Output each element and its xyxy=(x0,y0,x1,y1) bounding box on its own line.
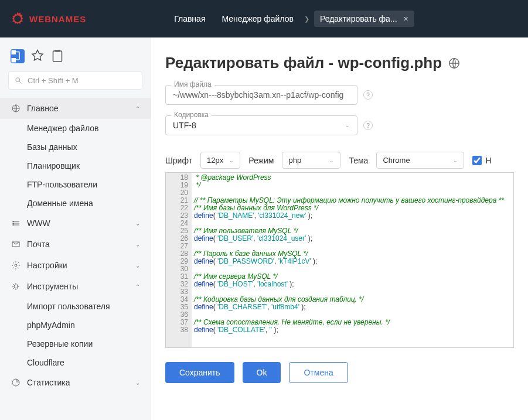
page-title: Редактировать файл - wp-config.php xyxy=(165,54,514,72)
svg-rect-0 xyxy=(12,50,16,55)
svg-point-6 xyxy=(13,221,14,222)
search-icon xyxy=(15,77,23,85)
close-icon[interactable]: ✕ xyxy=(403,15,408,23)
section-label: Главное xyxy=(27,104,59,113)
section-icon xyxy=(11,104,21,113)
section-icon xyxy=(11,261,21,270)
section-icon xyxy=(11,218,21,228)
help-icon[interactable]: ? xyxy=(363,90,373,100)
gear-sun-icon xyxy=(9,11,26,27)
section-label: Инструменты xyxy=(27,282,78,291)
section-icon xyxy=(11,282,21,291)
chevron-icon: ⌃ xyxy=(135,105,140,112)
save-button[interactable]: Сохранить xyxy=(165,362,234,383)
sidebar-section-Настройки[interactable]: Настройки⌄ xyxy=(0,255,151,276)
globe-icon[interactable] xyxy=(448,57,461,70)
theme-label: Тема xyxy=(349,156,368,165)
mode-label: Режим xyxy=(248,156,274,165)
sidebar-item[interactable]: Импорт пользователя xyxy=(0,297,151,316)
tree-view-icon[interactable] xyxy=(11,49,25,63)
search-placeholder: Ctrl + Shift + M xyxy=(28,76,79,85)
section-label: Почта xyxy=(27,240,50,249)
svg-point-11 xyxy=(14,285,18,288)
encoding-fieldset: Кодировка UTF-8 ⌄ ? xyxy=(165,115,514,135)
tab-label: Редактировать фа... xyxy=(320,14,397,23)
clipboard-icon[interactable] xyxy=(50,49,64,63)
breadcrumb-home[interactable]: Главная xyxy=(168,11,211,27)
chevron-down-icon: ⌄ xyxy=(345,122,350,128)
sidebar-item[interactable]: Планировщик xyxy=(0,156,151,175)
help-icon[interactable]: ? xyxy=(363,121,373,130)
breadcrumb-filemanager[interactable]: Менеджер файлов xyxy=(216,11,299,27)
sidebar-item[interactable]: phpMyAdmin xyxy=(0,316,151,334)
ok-button[interactable]: Ok xyxy=(243,362,281,383)
svg-rect-2 xyxy=(53,51,62,62)
sidebar-item[interactable]: Базы данных xyxy=(0,138,151,156)
svg-point-4 xyxy=(16,77,20,81)
breadcrumb: Главная Менеджер файлов ❯ Редактировать … xyxy=(168,11,414,27)
sidebar-item[interactable]: Доменные имена xyxy=(0,194,151,213)
search-input[interactable]: Ctrl + Shift + M xyxy=(8,71,142,90)
star-icon[interactable] xyxy=(30,49,45,63)
button-row: Сохранить Ok Отмена xyxy=(165,362,514,383)
sidebar: Ctrl + Shift + M Главное⌃Менеджер файлов… xyxy=(0,37,151,420)
svg-rect-1 xyxy=(12,58,16,63)
chevron-right-icon: ❯ xyxy=(304,15,309,23)
svg-rect-3 xyxy=(55,50,60,52)
svg-point-10 xyxy=(15,264,17,267)
editor-toolbar: Шрифт 12px⌄ Режим php⌄ Тема Chrome⌄ Н xyxy=(165,152,514,169)
sidebar-section-Инструменты[interactable]: Инструменты⌃ xyxy=(0,276,151,297)
font-label: Шрифт xyxy=(165,156,192,165)
section-label: Настройки xyxy=(27,261,67,270)
code-editor[interactable]: 1819202122232425262728293031323334353637… xyxy=(165,172,514,348)
chevron-icon: ⌄ xyxy=(135,262,140,269)
font-select[interactable]: 12px⌄ xyxy=(200,152,240,169)
sidebar-item[interactable]: Менеджер файлов xyxy=(0,119,151,138)
extra-checkbox-input[interactable] xyxy=(472,156,482,165)
sidebar-section-Главное[interactable]: Главное⌃ xyxy=(0,98,151,119)
sidebar-section-Статистика[interactable]: Статистика⌄ xyxy=(0,372,151,393)
sidebar-section-Почта[interactable]: Почта⌄ xyxy=(0,234,151,255)
sidebar-item[interactable]: FTP-пользователи xyxy=(0,175,151,194)
brand-logo[interactable]: WEBNAMES xyxy=(9,11,86,27)
filename-label: Имя файла xyxy=(171,80,214,88)
topbar: WEBNAMES Главная Менеджер файлов ❯ Редак… xyxy=(0,0,528,37)
theme-select[interactable]: Chrome⌄ xyxy=(376,152,464,169)
filename-fieldset: Имя файла ~/www/xn---8sbybchiq3am.xn--p1… xyxy=(165,85,514,105)
sidebar-item[interactable]: Резервные копии xyxy=(0,334,151,353)
section-label: WWW xyxy=(27,218,50,228)
editor-code[interactable]: * @package WordPress */// ** Параметры M… xyxy=(192,173,513,347)
sidebar-toolbar xyxy=(0,45,151,71)
chevron-icon: ⌄ xyxy=(135,380,140,386)
section-label: Статистика xyxy=(27,378,70,387)
sidebar-item[interactable]: Cloudflare xyxy=(0,353,151,372)
extra-checkbox[interactable]: Н xyxy=(472,156,491,165)
editor-gutter: 1819202122232425262728293031323334353637… xyxy=(166,173,192,347)
cancel-button[interactable]: Отмена xyxy=(289,362,348,383)
svg-point-7 xyxy=(13,223,14,224)
mode-select[interactable]: php⌄ xyxy=(282,152,340,169)
chevron-icon: ⌄ xyxy=(135,241,140,248)
section-icon xyxy=(11,240,21,249)
section-icon xyxy=(11,378,21,387)
breadcrumb-current-tab[interactable]: Редактировать фа... ✕ xyxy=(314,11,414,27)
svg-point-8 xyxy=(13,224,14,226)
sidebar-section-WWW[interactable]: WWW⌄ xyxy=(0,213,151,234)
main-content: Редактировать файл - wp-config.php Имя ф… xyxy=(151,37,528,420)
chevron-icon: ⌄ xyxy=(135,220,140,227)
encoding-label: Кодировка xyxy=(171,111,212,119)
chevron-icon: ⌃ xyxy=(135,284,140,290)
